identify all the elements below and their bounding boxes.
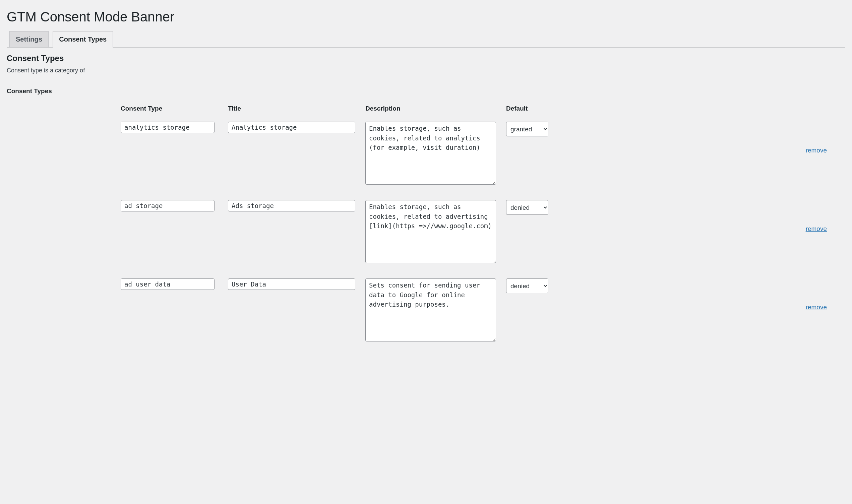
table-header-row: Consent Type Title Description Default [121,105,845,112]
remove-link[interactable]: remove [806,304,827,311]
tab-consent-types[interactable]: Consent Types [53,31,113,48]
consent-type-input[interactable] [121,278,215,290]
consent-description-input[interactable] [365,122,496,185]
section-description: Consent type is a category of [7,67,845,74]
consent-title-input[interactable] [228,278,355,290]
tab-settings[interactable]: Settings [10,31,49,47]
consent-type-input[interactable] [121,122,215,133]
col-header-default: Default [506,105,560,112]
consent-default-select[interactable]: denied [506,278,548,293]
remove-link[interactable]: remove [806,147,827,154]
consent-default-select[interactable]: denied [506,200,548,215]
consent-title-input[interactable] [228,200,355,212]
table-row: denied remove [121,278,845,343]
consent-default-select[interactable]: granted [506,122,548,137]
consent-description-input[interactable] [365,278,496,341]
consent-description-input[interactable] [365,200,496,263]
nav-tabs: Settings Consent Types [7,31,845,48]
remove-link[interactable]: remove [806,225,827,233]
table-heading: Consent Types [7,88,845,95]
page-title: GTM Consent Mode Banner [7,10,845,24]
col-header-description: Description [365,105,506,112]
col-header-type: Consent Type [121,105,228,112]
consent-type-input[interactable] [121,200,215,212]
table-row: granted remove [121,122,845,186]
consent-title-input[interactable] [228,122,355,133]
table-row: denied remove [121,200,845,265]
section-heading: Consent Types [7,54,845,63]
col-header-title: Title [228,105,365,112]
consent-table: Consent Type Title Description Default g… [7,105,845,343]
